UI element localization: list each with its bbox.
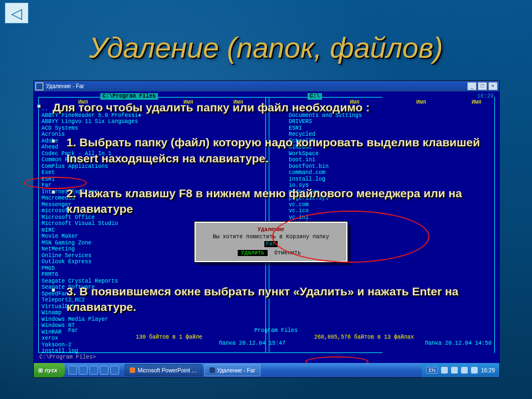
maximize-icon[interactable]: □ bbox=[478, 82, 487, 90]
taskbar-item-far[interactable]: Удаление - Far bbox=[204, 364, 260, 376]
right-panel-path: C:\ bbox=[308, 93, 322, 100]
window-controls: _ □ × bbox=[467, 82, 498, 90]
window-titlebar: Удаление - Far _ □ × bbox=[34, 81, 499, 91]
taskbar-item-powerpoint[interactable]: Microsoft PowerPoint … bbox=[125, 364, 202, 376]
ppt-icon bbox=[130, 367, 135, 373]
start-button[interactable]: ⊞ пуск bbox=[34, 363, 65, 377]
far-icon bbox=[209, 367, 215, 373]
system-tray[interactable]: EN 16:29 bbox=[422, 363, 499, 377]
left-panel-path: C:\Program Files bbox=[100, 93, 158, 100]
ql-icon[interactable] bbox=[79, 366, 88, 375]
bullet: Для того чтобы удалить папку или файл не… bbox=[30, 100, 510, 115]
ql-icon[interactable] bbox=[100, 366, 109, 375]
ql-icon[interactable] bbox=[110, 366, 119, 375]
clock: 16:29 bbox=[477, 93, 494, 100]
bullet: 2. Нажать клавишу F8 в нижнем меню файло… bbox=[30, 186, 510, 217]
tray-icon[interactable] bbox=[461, 367, 468, 374]
command-prompt[interactable]: C:\Program Files> bbox=[39, 354, 96, 361]
tray-clock: 16:29 bbox=[481, 367, 495, 374]
window-title-text: Удаление - Far bbox=[46, 83, 84, 89]
slide-title: Удаление (папок, файлов) bbox=[0, 0, 532, 64]
triangle-left-icon: ◁ bbox=[11, 6, 22, 21]
slide-body: Для того чтобы удалить папку или файл не… bbox=[30, 100, 510, 334]
bullet: 3. В появившемся окне выбрать пункт «Уда… bbox=[30, 284, 510, 315]
bullet: 1. Выбрать папку (файл) которую надо коп… bbox=[30, 135, 510, 166]
close-icon[interactable]: × bbox=[488, 82, 498, 90]
slide: ◁ Удаление (папок, файлов) Удаление - Fa… bbox=[0, 0, 532, 399]
tray-icon[interactable] bbox=[441, 367, 448, 374]
minimize-icon[interactable]: _ bbox=[467, 82, 477, 90]
tray-icon[interactable] bbox=[451, 367, 458, 374]
ql-icon[interactable] bbox=[89, 366, 98, 375]
back-button[interactable]: ◁ bbox=[5, 3, 28, 23]
quick-launch[interactable] bbox=[65, 366, 122, 375]
tray-icon[interactable] bbox=[471, 367, 478, 374]
windows-flag-icon: ⊞ bbox=[38, 367, 43, 374]
ql-icon[interactable] bbox=[68, 366, 77, 375]
taskbar: ⊞ пуск Microsoft PowerPoint … Удаление -… bbox=[34, 363, 499, 377]
language-indicator[interactable]: EN bbox=[426, 367, 438, 374]
app-icon bbox=[35, 83, 43, 90]
